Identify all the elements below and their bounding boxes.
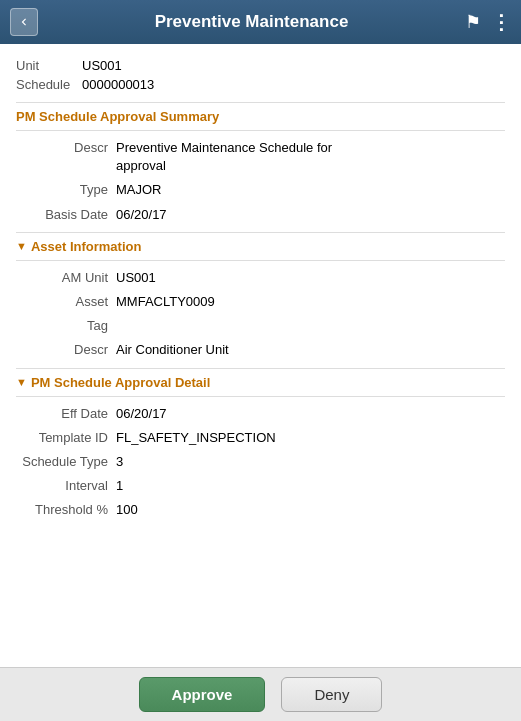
detail-interval-label: Interval (16, 477, 116, 495)
app-header: Preventive Maintenance ⚑ ⋮ (0, 0, 521, 44)
detail-threshold-label: Threshold % (16, 501, 116, 519)
asset-asset-label: Asset (16, 293, 116, 311)
pm-summary-section-header: PM Schedule Approval Summary (16, 102, 505, 131)
pm-summary-heading: PM Schedule Approval Summary (16, 109, 219, 124)
detail-eff-date-row: Eff Date 06/20/17 (16, 405, 505, 423)
detail-interval-row: Interval 1 (16, 477, 505, 495)
pm-detail-arrow: ▼ (16, 376, 27, 388)
asset-am-unit-value: US001 (116, 269, 156, 287)
detail-eff-date-label: Eff Date (16, 405, 116, 423)
asset-info-section-header: ▼ Asset Information (16, 232, 505, 261)
top-fields-section: Unit US001 Schedule 0000000013 (16, 58, 505, 92)
asset-descr-label: Descr (16, 341, 116, 359)
summary-basis-date-row: Basis Date 06/20/17 (16, 206, 505, 224)
header-actions: ⚑ ⋮ (465, 10, 511, 34)
summary-type-label: Type (16, 181, 116, 199)
back-button[interactable] (10, 8, 38, 36)
detail-interval-value: 1 (116, 477, 123, 495)
detail-threshold-value: 100 (116, 501, 138, 519)
detail-schedule-type-label: Schedule Type (16, 453, 116, 471)
summary-descr-value: Preventive Maintenance Schedule for appr… (116, 139, 376, 175)
pm-detail-heading: PM Schedule Approval Detail (31, 375, 210, 390)
unit-label: Unit (16, 58, 76, 73)
asset-am-unit-label: AM Unit (16, 269, 116, 287)
detail-template-id-label: Template ID (16, 429, 116, 447)
summary-descr-label: Descr (16, 139, 116, 157)
detail-template-id-row: Template ID FL_SAFETY_INSPECTION (16, 429, 505, 447)
schedule-row: Schedule 0000000013 (16, 77, 505, 92)
flag-icon[interactable]: ⚑ (465, 11, 481, 33)
unit-value: US001 (82, 58, 122, 73)
asset-descr-row: Descr Air Conditioner Unit (16, 341, 505, 359)
pm-detail-section-header: ▼ PM Schedule Approval Detail (16, 368, 505, 397)
summary-type-value: MAJOR (116, 181, 162, 199)
summary-basis-date-value: 06/20/17 (116, 206, 167, 224)
unit-row: Unit US001 (16, 58, 505, 73)
summary-basis-date-label: Basis Date (16, 206, 116, 224)
detail-eff-date-value: 06/20/17 (116, 405, 167, 423)
asset-am-unit-row: AM Unit US001 (16, 269, 505, 287)
detail-schedule-type-row: Schedule Type 3 (16, 453, 505, 471)
detail-template-id-value: FL_SAFETY_INSPECTION (116, 429, 276, 447)
page-title: Preventive Maintenance (38, 12, 465, 32)
asset-descr-value: Air Conditioner Unit (116, 341, 229, 359)
detail-schedule-type-value: 3 (116, 453, 123, 471)
asset-tag-label: Tag (16, 317, 116, 335)
deny-button[interactable]: Deny (281, 677, 382, 712)
main-content: Unit US001 Schedule 0000000013 PM Schedu… (0, 44, 521, 667)
asset-tag-row: Tag (16, 317, 505, 335)
schedule-label: Schedule (16, 77, 76, 92)
asset-info-heading: Asset Information (31, 239, 142, 254)
asset-info-arrow: ▼ (16, 240, 27, 252)
footer: Approve Deny (0, 667, 521, 721)
detail-threshold-row: Threshold % 100 (16, 501, 505, 519)
asset-asset-row: Asset MMFACLTY0009 (16, 293, 505, 311)
more-menu-icon[interactable]: ⋮ (491, 10, 511, 34)
schedule-value: 0000000013 (82, 77, 154, 92)
summary-descr-row: Descr Preventive Maintenance Schedule fo… (16, 139, 505, 175)
asset-asset-value: MMFACLTY0009 (116, 293, 215, 311)
approve-button[interactable]: Approve (139, 677, 266, 712)
summary-type-row: Type MAJOR (16, 181, 505, 199)
